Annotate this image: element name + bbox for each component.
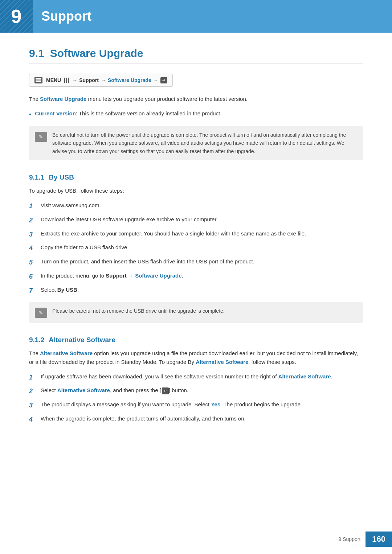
nav-support: Support <box>79 77 99 83</box>
subsection-9-1-1-title: 9.1.1 By USB <box>29 173 363 181</box>
note-box-usb: Please be careful not to remove the USB … <box>29 302 363 323</box>
alt-step-text-3: The product displays a message asking if… <box>41 400 302 409</box>
nav-arrow-3: → <box>154 78 158 83</box>
step-num-4: 4 <box>29 243 36 254</box>
step-num-2: 2 <box>29 215 36 226</box>
bullet-list: • Current Version: This is the software … <box>29 109 363 120</box>
intro-bold: Software Upgrade <box>40 96 86 102</box>
usb-step-4: 4 Copy the folder to a USB flash drive. <box>29 243 363 254</box>
current-version-label: Current Version <box>35 110 76 116</box>
page-footer: 9 Support 160 <box>334 532 392 547</box>
step-num-5: 5 <box>29 257 36 268</box>
subsection-9-1-1-number: 9.1.1 <box>29 173 44 181</box>
step-text-1: Visit www.samsung.com. <box>41 201 101 210</box>
section-9-1-title: 9.1 Software Upgrade <box>29 47 363 63</box>
note-icon-usb <box>35 308 47 318</box>
alt-step-num-3: 3 <box>29 400 36 411</box>
nav-menu-label: MENU <box>46 77 61 83</box>
chapter-title: Support <box>41 9 91 24</box>
alt-step-text-2: Select Alternative Software, and then pr… <box>41 386 188 395</box>
alt-step-1: 1 If upgrade software has been downloade… <box>29 372 363 383</box>
enter-icon-step2: ↵ <box>162 387 169 395</box>
current-version-rest: : This is the software version already i… <box>76 110 222 116</box>
chapter-number: 9 <box>11 5 22 27</box>
usb-step-1: 1 Visit www.samsung.com. <box>29 201 363 212</box>
by-usb-intro: To upgrade by USB, follow these steps: <box>29 186 363 195</box>
step-text-5: Turn on the product, and then insert the… <box>41 257 254 266</box>
alt-step-num-4: 4 <box>29 414 36 425</box>
subsection-9-1-1-label: By USB <box>49 173 74 181</box>
nav-arrow-2: → <box>101 78 106 83</box>
usb-step-7: 7 Select By USB. <box>29 286 363 296</box>
bullet-current-version: • Current Version: This is the software … <box>29 109 363 120</box>
note-text-9-1: Be careful not to turn off the power unt… <box>52 131 357 155</box>
intro-rest: menu lets you upgrade your product softw… <box>86 96 248 102</box>
usb-step-3: 3 Extracts the exe archive to your compu… <box>29 229 363 240</box>
nav-arrow-1: → <box>72 78 77 83</box>
alt-step-num-2: 2 <box>29 386 36 397</box>
nav-breadcrumb: MENU → Support → Software Upgrade → ↵ <box>29 74 173 87</box>
step-num-3: 3 <box>29 229 36 240</box>
step-text-6: In the product menu, go to Support → Sof… <box>41 271 183 280</box>
alt-steps-list: 1 If upgrade software has been downloade… <box>29 372 363 425</box>
alt-step-2: 2 Select Alternative Software, and then … <box>29 386 363 397</box>
footer-page-number: 160 <box>366 532 392 547</box>
step-text-3: Extracts the exe archive to your compute… <box>41 229 306 238</box>
alt-step-num-1: 1 <box>29 372 36 383</box>
note-icon <box>35 132 47 142</box>
usb-step-5: 5 Turn on the product, and then insert t… <box>29 257 363 268</box>
usb-steps-list: 1 Visit www.samsung.com. 2 Download the … <box>29 201 363 296</box>
bullet-dot: • <box>29 110 31 120</box>
alt-step-3: 3 The product displays a message asking … <box>29 400 363 411</box>
step-num-7: 7 <box>29 286 36 296</box>
note-box-9-1: Be careful not to turn off the power unt… <box>29 126 363 160</box>
nav-software-upgrade: Software Upgrade <box>108 77 151 83</box>
usb-note-text: Please be careful not to remove the USB … <box>52 307 225 315</box>
subsection-9-1-2-number: 9.1.2 <box>29 336 44 344</box>
step-text-2: Download the latest USB software upgrade… <box>41 215 218 224</box>
nav-enter-icon: ↵ <box>160 77 167 83</box>
chapter-number-box: 9 <box>0 0 33 33</box>
step-text-4: Copy the folder to a USB flash drive. <box>41 243 129 252</box>
section-9-1-intro: The Software Upgrade menu lets you upgra… <box>29 95 363 103</box>
step-num-6: 6 <box>29 271 36 282</box>
chapter-header: 9 Support <box>0 0 392 33</box>
alt-step-4: 4 When the upgrade is complete, the prod… <box>29 414 363 425</box>
menu-screen-icon <box>34 77 42 83</box>
nav-menu-bars-icon <box>64 78 69 83</box>
alt-software-intro: The Alternative Software option lets you… <box>29 349 363 366</box>
step-text-7: Select By USB. <box>41 286 79 294</box>
section-9-1-number: 9.1 <box>29 47 44 59</box>
footer-chapter-label: 9 Support <box>334 533 366 545</box>
section-9-1-label: Software Upgrade <box>50 47 143 59</box>
usb-step-6: 6 In the product menu, go to Support → S… <box>29 271 363 282</box>
step-num-1: 1 <box>29 201 36 212</box>
bullet-text: Current Version: This is the software ve… <box>35 109 221 118</box>
page-content: 9.1 Software Upgrade MENU → Support → So… <box>0 33 392 460</box>
alt-step-text-1: If upgrade software has been downloaded,… <box>41 372 332 381</box>
subsection-9-1-2-label: Alternative Software <box>49 336 115 344</box>
intro-text: The <box>29 96 40 102</box>
usb-step-2: 2 Download the latest USB software upgra… <box>29 215 363 226</box>
subsection-9-1-2-title: 9.1.2 Alternative Software <box>29 336 363 344</box>
alt-step-text-4: When the upgrade is complete, the produc… <box>41 414 246 423</box>
